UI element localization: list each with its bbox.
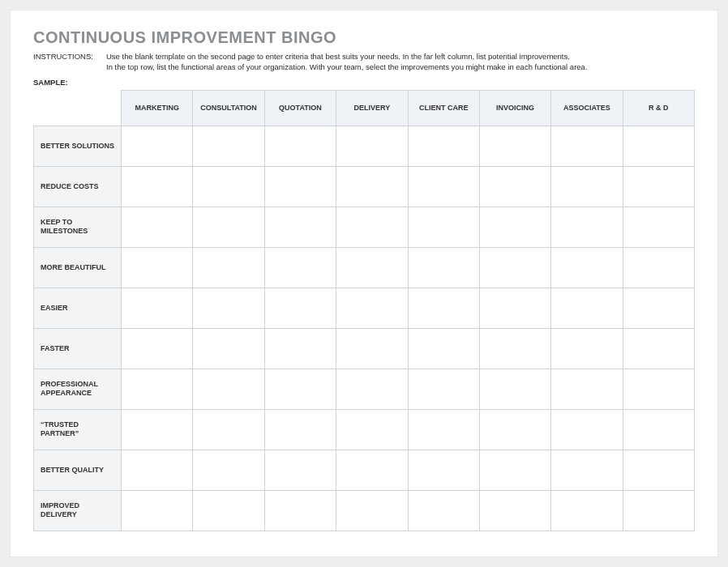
cell bbox=[408, 450, 479, 490]
cell bbox=[408, 166, 479, 207]
cell bbox=[122, 328, 193, 369]
table-row: FASTER bbox=[34, 328, 695, 369]
cell bbox=[193, 450, 264, 490]
cell bbox=[623, 126, 694, 166]
row-header: REDUCE COSTS bbox=[34, 166, 122, 207]
cell bbox=[551, 450, 623, 490]
row-header: KEEP TO MILESTONES bbox=[34, 207, 122, 247]
cell bbox=[479, 126, 550, 166]
cell bbox=[193, 207, 264, 247]
cell bbox=[623, 328, 694, 369]
cell bbox=[336, 328, 408, 369]
cell bbox=[479, 207, 550, 247]
row-header: MORE BEAUTIFUL bbox=[34, 247, 122, 288]
cell bbox=[408, 126, 479, 166]
cell bbox=[408, 207, 479, 247]
cell bbox=[122, 126, 193, 166]
row-header: “TRUSTED PARTNER” bbox=[34, 409, 122, 450]
cell bbox=[193, 126, 264, 166]
col-header: CLIENT CARE bbox=[408, 90, 479, 126]
cell bbox=[479, 328, 550, 369]
table-row: “TRUSTED PARTNER” bbox=[34, 409, 695, 450]
document-page: CONTINUOUS IMPROVEMENT BINGO INSTRUCTION… bbox=[10, 10, 718, 557]
col-header: ASSOCIATES bbox=[551, 90, 623, 126]
cell bbox=[551, 288, 623, 328]
corner-cell bbox=[34, 90, 122, 126]
table-header-row: MARKETING CONSULTATION QUOTATION DELIVER… bbox=[34, 90, 695, 126]
cell bbox=[479, 166, 550, 207]
cell bbox=[264, 409, 336, 450]
cell bbox=[264, 126, 336, 166]
instructions-line-2: In the top row, list the functional area… bbox=[106, 62, 695, 73]
col-header: DELIVERY bbox=[336, 90, 408, 126]
cell bbox=[336, 166, 408, 207]
cell bbox=[193, 288, 264, 328]
cell bbox=[623, 409, 694, 450]
instructions-label: INSTRUCTIONS: bbox=[33, 52, 106, 73]
col-header: INVOICING bbox=[479, 90, 550, 126]
cell bbox=[336, 409, 408, 450]
cell bbox=[623, 288, 694, 328]
cell bbox=[336, 126, 408, 166]
cell bbox=[408, 409, 479, 450]
cell bbox=[408, 247, 479, 288]
cell bbox=[623, 450, 694, 490]
cell bbox=[551, 207, 623, 247]
table-row: KEEP TO MILESTONES bbox=[34, 207, 695, 247]
cell bbox=[122, 450, 193, 490]
cell bbox=[623, 207, 694, 247]
cell bbox=[122, 490, 193, 531]
table-row: BETTER QUALITY bbox=[34, 450, 695, 490]
instructions-text: Use the blank template on the second pag… bbox=[106, 52, 695, 73]
cell bbox=[193, 369, 264, 409]
cell bbox=[551, 126, 623, 166]
cell bbox=[336, 247, 408, 288]
cell bbox=[264, 288, 336, 328]
cell bbox=[193, 166, 264, 207]
cell bbox=[408, 328, 479, 369]
sample-row: SAMPLE: bbox=[33, 78, 695, 87]
cell bbox=[336, 288, 408, 328]
table-row: BETTER SOLUTIONS bbox=[34, 126, 695, 166]
cell bbox=[122, 369, 193, 409]
col-header: QUOTATION bbox=[264, 90, 336, 126]
cell bbox=[193, 409, 264, 450]
row-header: BETTER SOLUTIONS bbox=[34, 126, 122, 166]
cell bbox=[551, 328, 623, 369]
cell bbox=[264, 369, 336, 409]
cell bbox=[122, 247, 193, 288]
col-header: R & D bbox=[623, 90, 694, 126]
cell bbox=[551, 369, 623, 409]
cell bbox=[408, 490, 479, 531]
cell bbox=[479, 450, 550, 490]
cell bbox=[264, 207, 336, 247]
cell bbox=[551, 247, 623, 288]
row-header: BETTER QUALITY bbox=[34, 450, 122, 490]
row-header: EASIER bbox=[34, 288, 122, 328]
cell bbox=[336, 207, 408, 247]
cell bbox=[336, 490, 408, 531]
table-row: IMPROVED DELIVERY bbox=[34, 490, 695, 531]
cell bbox=[551, 166, 623, 207]
page-title: CONTINUOUS IMPROVEMENT BINGO bbox=[33, 28, 695, 47]
cell bbox=[623, 247, 694, 288]
col-header: MARKETING bbox=[122, 90, 193, 126]
cell bbox=[122, 166, 193, 207]
cell bbox=[264, 166, 336, 207]
cell bbox=[408, 369, 479, 409]
cell bbox=[336, 369, 408, 409]
cell bbox=[122, 409, 193, 450]
sample-label: SAMPLE: bbox=[33, 78, 106, 87]
cell bbox=[479, 288, 550, 328]
cell bbox=[623, 166, 694, 207]
cell bbox=[551, 409, 623, 450]
cell bbox=[193, 490, 264, 531]
cell bbox=[122, 207, 193, 247]
cell bbox=[408, 288, 479, 328]
cell bbox=[551, 490, 623, 531]
cell bbox=[264, 450, 336, 490]
instructions-line-1: Use the blank template on the second pag… bbox=[106, 52, 695, 62]
col-header: CONSULTATION bbox=[193, 90, 264, 126]
cell bbox=[264, 247, 336, 288]
bingo-table: MARKETING CONSULTATION QUOTATION DELIVER… bbox=[33, 90, 695, 531]
